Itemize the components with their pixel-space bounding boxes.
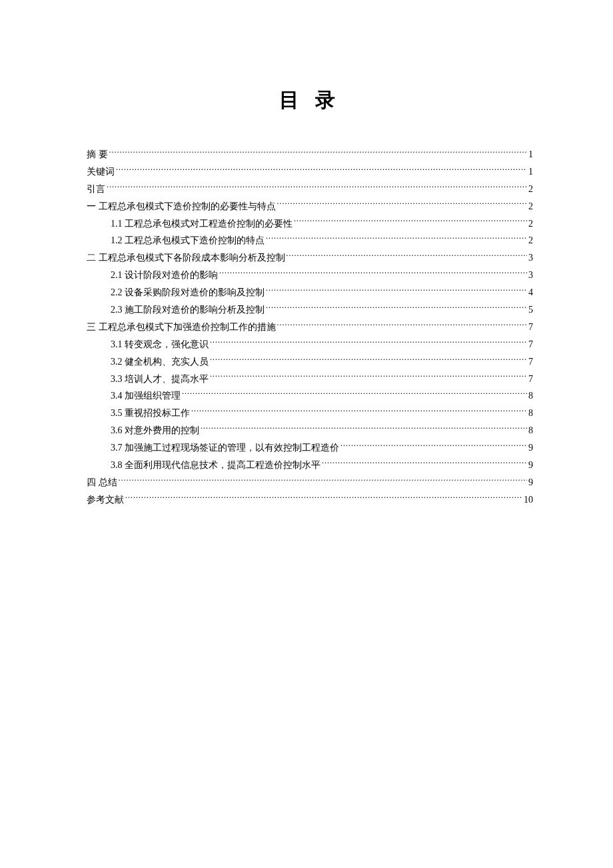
toc-entry-page: 2 [528, 232, 533, 249]
toc-leader-dots [210, 338, 527, 347]
toc-leader-dots [277, 321, 528, 330]
toc-entry: 3.6 对意外费用的控制8 [87, 422, 533, 439]
toc-entry-page: 9 [528, 457, 533, 474]
toc-entry-label: 引言 [87, 181, 105, 198]
toc-entry: 2.3 施工阶段对造价的影响分析及控制5 [87, 301, 533, 319]
toc-leader-dots [201, 424, 527, 433]
toc-leader-dots [191, 407, 527, 416]
toc-leader-dots [219, 269, 527, 278]
toc-entry: 3.4 加强组织管理8 [87, 387, 533, 405]
toc-leader-dots [119, 476, 528, 485]
toc-entry-page: 10 [524, 491, 533, 509]
toc-entry: 四 总结9 [87, 474, 533, 491]
toc-entry-page: 2 [528, 215, 533, 233]
toc-entry-page: 7 [528, 353, 533, 371]
toc-entry-label: 3.8 全面利用现代信息技术，提高工程造价控制水平 [111, 457, 320, 474]
toc-leader-dots [182, 389, 527, 399]
document-page: 目 录 摘 要1关键词1引言2一 工程总承包模式下造价控制的必要性与特点21.1… [0, 0, 613, 509]
toc-entry: 3.2 健全机构、充实人员7 [87, 353, 533, 371]
toc-entry-page: 1 [528, 146, 533, 163]
toc-entry-label: 1.2 工程总承包模式下造价控制的特点 [111, 232, 265, 249]
toc-entry-label: 3.6 对意外费用的控制 [111, 422, 199, 439]
toc-entry-page: 4 [528, 284, 533, 301]
toc-entry-page: 1 [528, 163, 533, 181]
toc-entry-label: 2.3 施工阶段对造价的影响分析及控制 [111, 301, 265, 319]
toc-entry-page: 2 [528, 181, 533, 198]
toc-entry-label: 三 工程总承包模式下加强造价控制工作的措施 [87, 319, 276, 336]
toc-entry-label: 1.1 工程总承包模式对工程造价控制的必要性 [111, 215, 293, 233]
toc-entry: 二 工程总承包模式下各阶段成本影响分析及控制3 [87, 249, 533, 267]
page-title: 目 录 [87, 87, 533, 114]
toc-entry: 3.3 培训人才、提高水平7 [87, 371, 533, 388]
toc-entry-page: 3 [528, 267, 533, 284]
toc-entry: 3.5 重视招投标工作8 [87, 405, 533, 422]
toc-leader-dots [266, 286, 527, 295]
toc-entry-page: 7 [528, 336, 533, 353]
toc-leader-dots [340, 441, 527, 451]
toc-entry-label: 二 工程总承包模式下各阶段成本影响分析及控制 [87, 249, 285, 267]
toc-entry-page: 3 [528, 249, 533, 267]
toc-leader-dots [107, 183, 527, 192]
toc-entry-label: 3.3 培训人才、提高水平 [111, 371, 209, 388]
toc-entry-label: 四 总结 [87, 474, 117, 491]
toc-leader-dots [109, 148, 528, 157]
toc-entry: 引言2 [87, 181, 533, 198]
toc-leader-dots [294, 217, 527, 227]
toc-entry: 2.2 设备采购阶段对造价的影响及控制4 [87, 284, 533, 301]
toc-entry-label: 2.1 设计阶段对造价的影响 [111, 267, 218, 284]
toc-leader-dots [116, 165, 527, 175]
toc-leader-dots [287, 251, 528, 261]
toc-entry: 参考文献10 [87, 491, 533, 509]
toc-entry-page: 9 [528, 474, 533, 491]
toc-entry: 2.1 设计阶段对造价的影响3 [87, 267, 533, 284]
toc-entry-label: 2.2 设备采购阶段对造价的影响及控制 [111, 284, 265, 301]
toc-entry-page: 5 [528, 301, 533, 319]
toc-entry-page: 2 [528, 198, 533, 215]
toc-entry-page: 8 [528, 387, 533, 405]
toc-entry: 3.8 全面利用现代信息技术，提高工程造价控制水平9 [87, 457, 533, 474]
toc-leader-dots [266, 303, 527, 313]
toc-entry-label: 3.2 健全机构、充实人员 [111, 353, 209, 371]
toc-entry-page: 7 [528, 319, 533, 336]
toc-entry: 摘 要1 [87, 146, 533, 163]
toc-entry-page: 7 [528, 371, 533, 388]
toc-entry-label: 3.5 重视招投标工作 [111, 405, 190, 422]
toc-entry-page: 8 [528, 422, 533, 439]
toc-entry: 1.1 工程总承包模式对工程造价控制的必要性 2 [87, 215, 533, 233]
toc-entry-label: 摘 要 [87, 146, 108, 163]
toc-entry-label: 3.1 转变观念，强化意识 [111, 336, 209, 353]
toc-leader-dots [210, 373, 527, 382]
toc-entry: 3.1 转变观念，强化意识7 [87, 336, 533, 353]
toc-entry: 关键词1 [87, 163, 533, 181]
toc-entry-label: 3.4 加强组织管理 [111, 387, 181, 405]
toc-entry-page: 8 [528, 405, 533, 422]
toc-leader-dots [266, 234, 527, 243]
toc-entry-label: 3.7 加强施工过程现场签证的管理，以有效控制工程造价 [111, 439, 339, 457]
toc-entry: 三 工程总承包模式下加强造价控制工作的措施7 [87, 319, 533, 336]
toc-leader-dots [125, 493, 522, 503]
toc-entry-page: 9 [528, 439, 533, 457]
toc-entry-label: 一 工程总承包模式下造价控制的必要性与特点 [87, 198, 276, 215]
table-of-contents: 摘 要1关键词1引言2一 工程总承包模式下造价控制的必要性与特点21.1 工程总… [87, 146, 533, 509]
toc-entry: 1.2 工程总承包模式下造价控制的特点2 [87, 232, 533, 249]
toc-entry-label: 关键词 [87, 163, 115, 181]
toc-leader-dots [322, 459, 527, 468]
toc-entry: 一 工程总承包模式下造价控制的必要性与特点2 [87, 198, 533, 215]
toc-entry: 3.7 加强施工过程现场签证的管理，以有效控制工程造价9 [87, 439, 533, 457]
toc-leader-dots [210, 355, 527, 365]
toc-leader-dots [277, 200, 528, 209]
toc-entry-label: 参考文献 [87, 491, 124, 509]
